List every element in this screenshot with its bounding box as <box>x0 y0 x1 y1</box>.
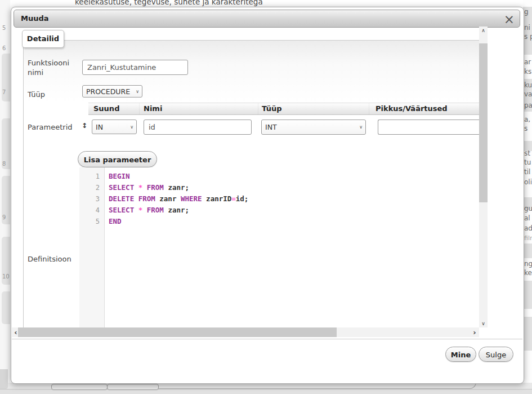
background-text-fragment: s p <box>524 33 532 41</box>
background-tab-outline <box>51 384 108 390</box>
close-button[interactable]: Sulge <box>479 347 513 362</box>
background-band <box>523 281 532 309</box>
chevron-down-icon: ∨ <box>356 125 363 130</box>
param-direction-value: IN <box>96 123 103 131</box>
background-text-fragment: 5 <box>2 25 6 31</box>
chevron-down-icon: ∨ <box>127 125 133 130</box>
function-name-input[interactable] <box>82 60 188 75</box>
param-type-select[interactable]: INT ∨ <box>261 119 366 135</box>
code-editor-lines: 1BEGIN2SELECT * FROM zanr;3DELETE FROM z… <box>79 171 480 227</box>
background-tab-outline <box>107 384 159 390</box>
type-select-value: PROCEDURE <box>86 87 130 96</box>
parameters-label: Parameetrid <box>28 122 73 132</box>
line-number: 1 <box>79 171 104 182</box>
background-text-fragment: ks <box>524 68 531 76</box>
code-line: 3DELETE FROM zanr WHERE zanrID=id; <box>79 193 480 205</box>
code-text: END <box>104 216 122 227</box>
scroll-right-icon[interactable]: › <box>471 328 478 337</box>
dialog-titlebar[interactable]: Muuda × <box>14 10 520 28</box>
background-page-text: keelekasutuse, tegevuse, suhete ja karak… <box>75 0 263 6</box>
code-line: 1BEGIN <box>79 171 480 182</box>
sql-code-editor[interactable]: 1BEGIN2SELECT * FROM zanr;3DELETE FROM z… <box>79 167 480 327</box>
scroll-down-icon[interactable]: ∨ <box>479 321 488 326</box>
background-text-fragment: gu <box>524 205 532 213</box>
background-text-fragment: g <box>524 8 529 16</box>
code-line: 4SELECT * FROM zanr; <box>79 205 480 216</box>
background-text-fragment: filr <box>524 234 532 242</box>
background-band <box>523 244 532 258</box>
background-text-fragment: oli <box>524 178 532 186</box>
background-text-fragment: ad <box>524 224 532 232</box>
edit-dialog: Muuda × Detailid Funktsiooni nimi Tüüp P… <box>11 7 524 384</box>
background-text-fragment: s <box>524 125 527 132</box>
add-parameter-button[interactable]: Lisa parameeter <box>78 151 157 167</box>
background-text-fragment: 8 <box>2 161 6 167</box>
param-type-value: INT <box>265 123 277 131</box>
code-text: SELECT * FROM zanr; <box>104 205 189 216</box>
horizontal-scrollbar-thumb[interactable] <box>18 327 337 337</box>
type-select[interactable]: PROCEDURE ∨ <box>82 85 142 98</box>
background-text-fragment: 9 <box>2 214 6 220</box>
background-text-fragment: st <box>524 149 530 157</box>
header-nimi: Nimi <box>140 103 258 114</box>
line-number: 4 <box>79 205 104 216</box>
background-text-fragment: 6 <box>2 45 6 51</box>
background-band <box>2 291 10 324</box>
background-text-fragment: ni <box>524 24 530 32</box>
code-text: DELETE FROM zanr WHERE zanrID=id; <box>104 193 248 205</box>
background-band <box>523 317 532 351</box>
drag-handle-icon[interactable]: ↕ <box>82 122 87 130</box>
background-text-fragment: ke <box>524 269 532 277</box>
background-text-fragment: va <box>524 90 532 98</box>
code-text: SELECT * FROM zanr; <box>104 182 189 193</box>
code-line: 5END <box>79 216 480 227</box>
background-text-fragment: 7 <box>2 89 6 95</box>
line-number: 2 <box>79 182 104 193</box>
chevron-down-icon: ∨ <box>132 89 139 94</box>
line-number: 3 <box>79 193 104 205</box>
background-text-fragment: ng <box>524 260 532 268</box>
footer-divider <box>12 339 522 339</box>
go-button[interactable]: Mine <box>445 347 476 362</box>
background-text-fragment: al <box>524 214 530 222</box>
background-bottom-strip <box>0 383 532 394</box>
background-text-fragment: ku <box>524 81 532 89</box>
param-direction-select[interactable]: IN ∨ <box>92 119 137 134</box>
header-suund: Suund <box>88 103 140 114</box>
line-number: 5 <box>79 216 104 227</box>
function-name-label: Funktsiooni nimi <box>28 58 78 77</box>
background-text-fragment: 10 <box>2 273 10 280</box>
background-text-fragment: pa <box>524 101 532 109</box>
definition-label: Definitsioon <box>28 254 71 264</box>
background-right-strip: gnis parkskuvapaa,ssttutiloligualadfilrn… <box>523 0 532 383</box>
background-text-fragment: tu <box>524 158 531 166</box>
type-label: Tüüp <box>28 90 45 99</box>
param-name-input[interactable] <box>144 119 252 135</box>
background-left-block <box>0 369 8 389</box>
dialog-title: Muuda <box>21 10 49 27</box>
close-icon[interactable]: × <box>504 11 515 28</box>
parameter-table-header: Suund Nimi Tüüp Pikkus/Väärtused <box>88 103 480 115</box>
header-tyyp: Tüüp <box>258 103 369 114</box>
code-text: BEGIN <box>104 171 130 182</box>
vertical-scrollbar[interactable]: ∧ ∨ <box>479 26 488 327</box>
header-pikkus: Pikkus/Väärtused <box>369 103 480 114</box>
background-text-fragment: ar <box>524 58 531 66</box>
scroll-up-icon[interactable]: ∧ <box>479 28 488 33</box>
vertical-scrollbar-thumb[interactable] <box>479 43 488 202</box>
background-text-fragment: a, <box>524 116 530 123</box>
param-length-input[interactable] <box>378 119 480 135</box>
horizontal-scrollbar[interactable]: ‹ › <box>12 327 479 337</box>
background-text-fragment: til <box>524 168 530 176</box>
tab-detailid[interactable]: Detailid <box>22 30 64 48</box>
code-line: 2SELECT * FROM zanr; <box>79 182 480 193</box>
background-left-strip: 5678910 <box>0 0 10 383</box>
